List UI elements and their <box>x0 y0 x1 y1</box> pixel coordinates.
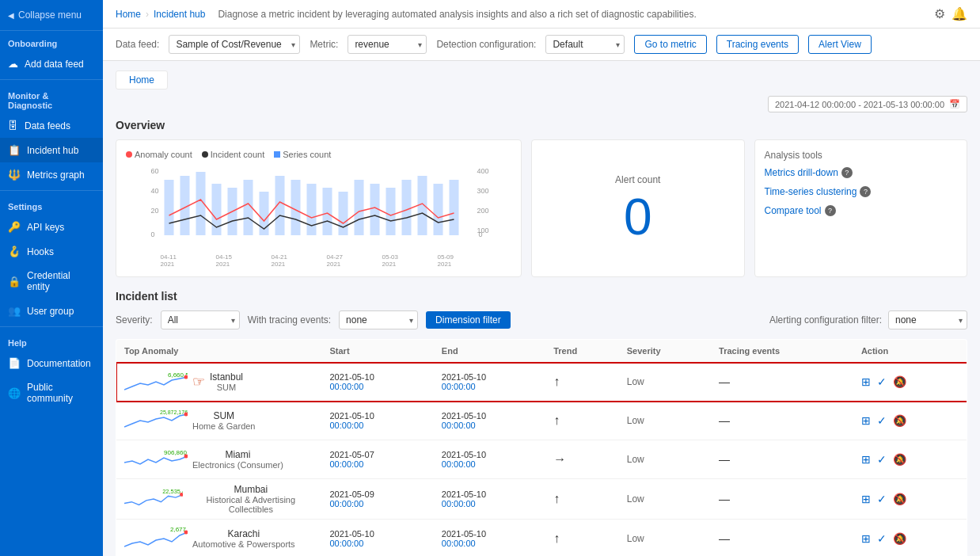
breadcrumb[interactable]: Home <box>116 70 168 89</box>
check-icon[interactable]: ✓ <box>877 532 887 545</box>
data-feed-select[interactable]: Sample of Cost/Revenue <box>169 35 300 54</box>
topbar-actions: ⚙ 🔔 <box>934 6 967 21</box>
detail-icon[interactable]: ⊞ <box>861 375 871 388</box>
svg-rect-19 <box>323 188 332 235</box>
col-end: End <box>434 340 545 363</box>
time-series-clustering-label: Time-series clustering <box>765 186 857 197</box>
content-area: Home 2021-04-12 00:00:00 - 2021-05-13 00… <box>103 61 980 556</box>
start-time-link[interactable]: 00:00:00 <box>330 499 426 508</box>
check-icon[interactable]: ✓ <box>877 414 887 427</box>
compare-tool-link[interactable]: Compare tool ? <box>765 205 958 216</box>
metric-select[interactable]: revenue <box>348 35 427 54</box>
dimension-filter-button[interactable]: Dimension filter <box>426 311 511 329</box>
bell-icon[interactable]: 🔔 <box>952 6 967 21</box>
sidebar-item-metrics-graph[interactable]: 🔱 Metrics graph <box>0 162 103 187</box>
topbar: Home › Incident hub Diagnose a metric in… <box>103 0 980 29</box>
mute-icon[interactable]: 🔕 <box>893 414 906 427</box>
tracing-dash: — <box>719 414 730 427</box>
sidebar-label-incident-hub: Incident hub <box>27 145 78 156</box>
row-start-cell: 2021-05-10 00:00:00 <box>322 363 434 402</box>
check-icon[interactable]: ✓ <box>877 453 887 466</box>
table-row[interactable]: 22,535.4 Mumbai Historical & Advertising… <box>116 479 967 520</box>
sidebar-item-incident-hub[interactable]: 📋 Incident hub <box>0 138 103 162</box>
start-time-link[interactable]: 00:00:00 <box>330 539 426 548</box>
settings-icon[interactable]: ⚙ <box>934 6 945 21</box>
sidebar-collapse-button[interactable]: Collapse menu <box>0 0 103 31</box>
date-range-input[interactable]: 2021-04-12 00:00:00 - 2021-05-13 00:00:0… <box>768 96 967 112</box>
end-time-link[interactable]: 00:00:00 <box>442 421 537 430</box>
table-row[interactable]: 2,677 Karachi Automotive & Powersports 2… <box>116 520 967 557</box>
alert-count-title: Alert count <box>615 174 660 185</box>
topbar-description: Diagnose a metric incident by leveraging… <box>218 9 696 20</box>
severity-select[interactable]: All <box>161 310 240 329</box>
table-row[interactable]: 6,660,510.4 ☞ Istanbul SUM 2021-05-10 <box>116 363 967 402</box>
metrics-drill-down-link[interactable]: Metrics drill-down ? <box>765 167 958 178</box>
row-severity-cell: Low <box>619 363 711 402</box>
alert-view-button[interactable]: Alert View <box>808 35 872 54</box>
start-time-link[interactable]: 00:00:00 <box>330 459 426 469</box>
time-series-clustering-help-icon[interactable]: ? <box>860 186 871 197</box>
row-anomaly-cell: 906,860 Miami Electronics (Consumer) <box>116 440 322 479</box>
alert-config-select[interactable]: none <box>888 310 967 329</box>
detection-config-select-wrapper: Default <box>545 35 625 54</box>
severity-value: Low <box>627 376 644 387</box>
hook-icon: 🪝 <box>8 246 21 257</box>
sidebar-item-data-feeds[interactable]: 🗄 Data feeds <box>0 113 103 138</box>
start-time-link[interactable]: 00:00:00 <box>330 382 426 391</box>
end-time-link[interactable]: 00:00:00 <box>442 539 537 548</box>
sidebar-label-public-community: Public community <box>27 382 95 404</box>
metric-label: Metric: <box>310 39 338 50</box>
sidebar-item-documentation[interactable]: 📄 Documentation <box>0 351 103 375</box>
detail-icon[interactable]: ⊞ <box>861 453 871 466</box>
svg-rect-27 <box>450 180 459 235</box>
end-time-link[interactable]: 00:00:00 <box>442 499 537 508</box>
row-anomaly-cell: 25,872,176.2 SUM Home & Garden <box>116 402 322 440</box>
sparkline-chart: 6,660,510.4 <box>124 367 188 396</box>
time-series-clustering-link[interactable]: Time-series clustering ? <box>765 186 958 197</box>
calendar-icon: 📅 <box>949 99 960 109</box>
severity-value: Low <box>627 533 644 544</box>
sidebar-item-user-group[interactable]: 👥 User group <box>0 299 103 323</box>
sidebar-label-hooks: Hooks <box>27 246 54 257</box>
table-row[interactable]: 25,872,176.2 SUM Home & Garden 2021-05-1… <box>116 402 967 440</box>
mute-icon[interactable]: 🔕 <box>893 375 906 388</box>
check-icon[interactable]: ✓ <box>877 493 887 505</box>
topbar-current-link[interactable]: Incident hub <box>154 9 205 20</box>
detail-icon[interactable]: ⊞ <box>861 414 871 427</box>
metrics-drill-down-help-icon[interactable]: ? <box>841 167 853 178</box>
incident-filters: Severity: All With tracing events: none … <box>116 310 967 329</box>
topbar-home-link[interactable]: Home <box>116 9 141 20</box>
sidebar-item-hooks[interactable]: 🪝 Hooks <box>0 239 103 264</box>
end-time-link[interactable]: 00:00:00 <box>442 382 537 391</box>
sidebar-item-credential-entity[interactable]: 🔒 Credential entity <box>0 264 103 299</box>
svg-text:04-27: 04-27 <box>327 253 344 261</box>
svg-rect-20 <box>339 192 348 235</box>
detail-icon[interactable]: ⊞ <box>861 532 871 545</box>
tracing-events-button[interactable]: Tracing events <box>716 35 799 54</box>
compare-tool-help-icon[interactable]: ? <box>825 205 836 216</box>
table-row[interactable]: 906,860 Miami Electronics (Consumer) 202… <box>116 440 967 479</box>
go-to-metric-button[interactable]: Go to metric <box>634 35 706 54</box>
sidebar-item-api-keys[interactable]: 🔑 API keys <box>0 215 103 239</box>
detection-config-select[interactable]: Default <box>545 35 625 54</box>
mute-icon[interactable]: 🔕 <box>893 493 906 505</box>
check-icon[interactable]: ✓ <box>877 375 887 388</box>
mute-icon[interactable]: 🔕 <box>893 532 906 545</box>
legend-anomaly: Anomaly count <box>126 150 192 159</box>
action-icons: ⊞✓🔕 <box>861 493 959 505</box>
row-action-cell: ⊞ ✓ 🔕 <box>853 363 967 402</box>
sidebar-item-public-community[interactable]: 🌐 Public community <box>0 375 103 410</box>
detail-icon[interactable]: ⊞ <box>861 493 871 505</box>
metrics-icon: 🔱 <box>8 169 21 181</box>
mute-icon[interactable]: 🔕 <box>893 453 906 466</box>
anomaly-city: Istanbul <box>210 371 243 383</box>
sidebar-item-add-data-feed[interactable]: ☁ Add data feed <box>0 51 103 76</box>
date-range-row: 2021-04-12 00:00:00 - 2021-05-13 00:00:0… <box>116 96 967 112</box>
start-time-link[interactable]: 00:00:00 <box>330 421 426 430</box>
tracing-events-select[interactable]: none <box>339 310 418 329</box>
end-time-link[interactable]: 00:00:00 <box>442 459 537 469</box>
sparkline-chart: 2,677 <box>124 524 188 553</box>
svg-text:2021: 2021 <box>438 261 452 267</box>
section-label-onboarding: Onboarding <box>0 31 103 51</box>
globe-icon: 🌐 <box>8 387 21 399</box>
